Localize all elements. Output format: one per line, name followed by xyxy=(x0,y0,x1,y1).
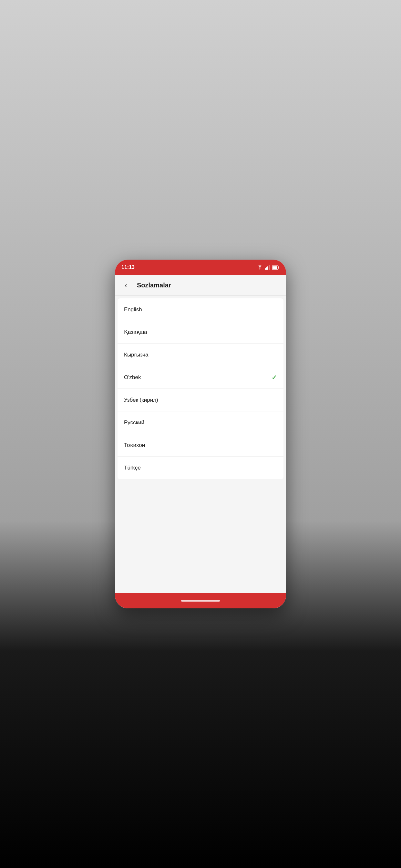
language-item-uzbek-cyrillic[interactable]: Узбек (кирил) xyxy=(118,389,283,411)
checkmark-icon-uzbek-latin: ✓ xyxy=(272,374,277,381)
language-item-turkish[interactable]: Türkçe xyxy=(118,457,283,479)
back-arrow-icon: ‹ xyxy=(125,281,127,290)
phone-frame: 11:13 ‹ xyxy=(115,259,286,609)
language-list-container: EnglishҚазақшаКыргызчаO'zbek✓Узбек (кири… xyxy=(115,296,286,593)
bottom-bar xyxy=(115,593,286,609)
svg-rect-3 xyxy=(267,267,268,270)
language-name-tajik: Тоқихои xyxy=(124,442,145,448)
language-item-uzbek-latin[interactable]: O'zbek✓ xyxy=(118,366,283,389)
svg-rect-2 xyxy=(266,268,267,270)
status-icons xyxy=(257,265,280,270)
language-name-kazakh: Қазақша xyxy=(124,329,147,336)
status-bar: 11:13 xyxy=(115,259,286,275)
language-item-tajik[interactable]: Тоқихои xyxy=(118,434,283,457)
language-name-english: English xyxy=(124,306,142,313)
status-time: 11:13 xyxy=(121,265,135,270)
header: ‹ Sozlamalar xyxy=(115,275,286,296)
language-item-english[interactable]: English xyxy=(118,299,283,321)
language-card: EnglishҚазақшаКыргызчаO'zbek✓Узбек (кири… xyxy=(118,299,283,479)
battery-icon xyxy=(272,266,280,270)
language-item-kyrgyz[interactable]: Кыргызча xyxy=(118,344,283,366)
svg-rect-7 xyxy=(273,266,277,269)
back-button[interactable]: ‹ xyxy=(120,280,132,291)
signal-icon xyxy=(265,265,270,270)
language-name-russian: Русский xyxy=(124,420,144,426)
svg-point-0 xyxy=(259,269,260,270)
svg-rect-4 xyxy=(269,265,270,270)
wifi-icon xyxy=(257,265,263,270)
language-item-kazakh[interactable]: Қазақша xyxy=(118,321,283,344)
language-name-uzbek-latin: O'zbek xyxy=(124,374,141,381)
page-title: Sozlamalar xyxy=(137,282,171,289)
language-name-turkish: Türkçe xyxy=(124,465,141,471)
language-name-uzbek-cyrillic: Узбек (кирил) xyxy=(124,397,158,403)
home-indicator xyxy=(181,600,220,601)
language-item-russian[interactable]: Русский xyxy=(118,411,283,434)
svg-rect-6 xyxy=(279,267,280,268)
svg-rect-1 xyxy=(265,268,266,270)
language-name-kyrgyz: Кыргызча xyxy=(124,352,149,358)
